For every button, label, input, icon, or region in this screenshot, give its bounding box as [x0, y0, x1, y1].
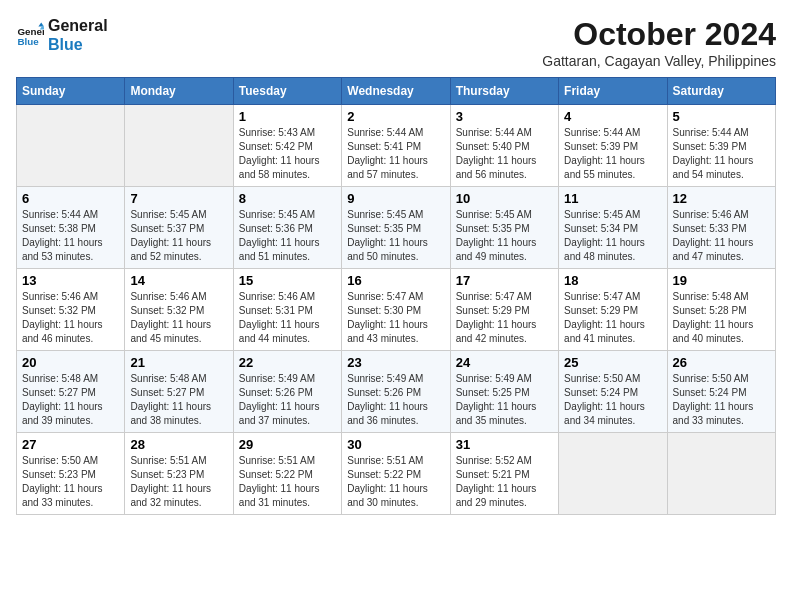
- day-detail: Sunrise: 5:52 AMSunset: 5:21 PMDaylight:…: [456, 454, 553, 510]
- calendar-cell: 12Sunrise: 5:46 AMSunset: 5:33 PMDayligh…: [667, 187, 775, 269]
- day-number: 29: [239, 437, 336, 452]
- column-header-friday: Friday: [559, 78, 667, 105]
- day-detail: Sunrise: 5:48 AMSunset: 5:27 PMDaylight:…: [22, 372, 119, 428]
- calendar-week-3: 13Sunrise: 5:46 AMSunset: 5:32 PMDayligh…: [17, 269, 776, 351]
- day-detail: Sunrise: 5:44 AMSunset: 5:39 PMDaylight:…: [673, 126, 770, 182]
- calendar-cell: 2Sunrise: 5:44 AMSunset: 5:41 PMDaylight…: [342, 105, 450, 187]
- day-number: 26: [673, 355, 770, 370]
- calendar-week-4: 20Sunrise: 5:48 AMSunset: 5:27 PMDayligh…: [17, 351, 776, 433]
- day-detail: Sunrise: 5:45 AMSunset: 5:35 PMDaylight:…: [456, 208, 553, 264]
- day-number: 6: [22, 191, 119, 206]
- day-detail: Sunrise: 5:44 AMSunset: 5:38 PMDaylight:…: [22, 208, 119, 264]
- day-number: 15: [239, 273, 336, 288]
- calendar-cell: [17, 105, 125, 187]
- day-number: 3: [456, 109, 553, 124]
- day-detail: Sunrise: 5:47 AMSunset: 5:29 PMDaylight:…: [564, 290, 661, 346]
- day-detail: Sunrise: 5:43 AMSunset: 5:42 PMDaylight:…: [239, 126, 336, 182]
- day-detail: Sunrise: 5:44 AMSunset: 5:39 PMDaylight:…: [564, 126, 661, 182]
- calendar-cell: 17Sunrise: 5:47 AMSunset: 5:29 PMDayligh…: [450, 269, 558, 351]
- day-number: 22: [239, 355, 336, 370]
- day-detail: Sunrise: 5:46 AMSunset: 5:33 PMDaylight:…: [673, 208, 770, 264]
- day-number: 12: [673, 191, 770, 206]
- day-number: 19: [673, 273, 770, 288]
- logo-text-general: General: [48, 16, 108, 35]
- column-header-tuesday: Tuesday: [233, 78, 341, 105]
- day-number: 5: [673, 109, 770, 124]
- day-number: 23: [347, 355, 444, 370]
- day-number: 1: [239, 109, 336, 124]
- calendar-cell: 20Sunrise: 5:48 AMSunset: 5:27 PMDayligh…: [17, 351, 125, 433]
- day-detail: Sunrise: 5:44 AMSunset: 5:41 PMDaylight:…: [347, 126, 444, 182]
- day-number: 8: [239, 191, 336, 206]
- day-number: 20: [22, 355, 119, 370]
- calendar-cell: 7Sunrise: 5:45 AMSunset: 5:37 PMDaylight…: [125, 187, 233, 269]
- calendar-cell: 22Sunrise: 5:49 AMSunset: 5:26 PMDayligh…: [233, 351, 341, 433]
- calendar-cell: 13Sunrise: 5:46 AMSunset: 5:32 PMDayligh…: [17, 269, 125, 351]
- day-number: 13: [22, 273, 119, 288]
- calendar-cell: 19Sunrise: 5:48 AMSunset: 5:28 PMDayligh…: [667, 269, 775, 351]
- day-number: 14: [130, 273, 227, 288]
- header-row: SundayMondayTuesdayWednesdayThursdayFrid…: [17, 78, 776, 105]
- day-detail: Sunrise: 5:50 AMSunset: 5:24 PMDaylight:…: [673, 372, 770, 428]
- calendar-cell: 24Sunrise: 5:49 AMSunset: 5:25 PMDayligh…: [450, 351, 558, 433]
- title-block: October 2024 Gattaran, Cagayan Valley, P…: [542, 16, 776, 69]
- month-title: October 2024: [542, 16, 776, 53]
- calendar-cell: 26Sunrise: 5:50 AMSunset: 5:24 PMDayligh…: [667, 351, 775, 433]
- calendar-cell: 14Sunrise: 5:46 AMSunset: 5:32 PMDayligh…: [125, 269, 233, 351]
- column-header-wednesday: Wednesday: [342, 78, 450, 105]
- calendar-cell: [667, 433, 775, 515]
- logo-icon: General Blue: [16, 21, 44, 49]
- calendar-cell: 8Sunrise: 5:45 AMSunset: 5:36 PMDaylight…: [233, 187, 341, 269]
- day-number: 21: [130, 355, 227, 370]
- calendar-cell: 31Sunrise: 5:52 AMSunset: 5:21 PMDayligh…: [450, 433, 558, 515]
- calendar-cell: 30Sunrise: 5:51 AMSunset: 5:22 PMDayligh…: [342, 433, 450, 515]
- day-detail: Sunrise: 5:47 AMSunset: 5:30 PMDaylight:…: [347, 290, 444, 346]
- day-detail: Sunrise: 5:51 AMSunset: 5:23 PMDaylight:…: [130, 454, 227, 510]
- calendar-week-1: 1Sunrise: 5:43 AMSunset: 5:42 PMDaylight…: [17, 105, 776, 187]
- day-number: 17: [456, 273, 553, 288]
- page-header: General Blue General Blue October 2024 G…: [16, 16, 776, 69]
- calendar-cell: 9Sunrise: 5:45 AMSunset: 5:35 PMDaylight…: [342, 187, 450, 269]
- day-detail: Sunrise: 5:45 AMSunset: 5:37 PMDaylight:…: [130, 208, 227, 264]
- day-detail: Sunrise: 5:47 AMSunset: 5:29 PMDaylight:…: [456, 290, 553, 346]
- day-detail: Sunrise: 5:46 AMSunset: 5:32 PMDaylight:…: [22, 290, 119, 346]
- day-number: 28: [130, 437, 227, 452]
- day-number: 11: [564, 191, 661, 206]
- logo: General Blue General Blue: [16, 16, 108, 54]
- column-header-monday: Monday: [125, 78, 233, 105]
- calendar-cell: 18Sunrise: 5:47 AMSunset: 5:29 PMDayligh…: [559, 269, 667, 351]
- logo-text-blue: Blue: [48, 35, 108, 54]
- day-number: 2: [347, 109, 444, 124]
- day-detail: Sunrise: 5:50 AMSunset: 5:23 PMDaylight:…: [22, 454, 119, 510]
- day-detail: Sunrise: 5:45 AMSunset: 5:34 PMDaylight:…: [564, 208, 661, 264]
- day-number: 25: [564, 355, 661, 370]
- day-number: 27: [22, 437, 119, 452]
- day-detail: Sunrise: 5:49 AMSunset: 5:26 PMDaylight:…: [239, 372, 336, 428]
- calendar-cell: 28Sunrise: 5:51 AMSunset: 5:23 PMDayligh…: [125, 433, 233, 515]
- day-detail: Sunrise: 5:48 AMSunset: 5:28 PMDaylight:…: [673, 290, 770, 346]
- day-number: 10: [456, 191, 553, 206]
- calendar-cell: 27Sunrise: 5:50 AMSunset: 5:23 PMDayligh…: [17, 433, 125, 515]
- day-detail: Sunrise: 5:49 AMSunset: 5:25 PMDaylight:…: [456, 372, 553, 428]
- calendar-cell: [125, 105, 233, 187]
- day-number: 7: [130, 191, 227, 206]
- calendar-cell: 4Sunrise: 5:44 AMSunset: 5:39 PMDaylight…: [559, 105, 667, 187]
- day-detail: Sunrise: 5:51 AMSunset: 5:22 PMDaylight:…: [347, 454, 444, 510]
- day-number: 31: [456, 437, 553, 452]
- day-detail: Sunrise: 5:50 AMSunset: 5:24 PMDaylight:…: [564, 372, 661, 428]
- calendar-cell: 1Sunrise: 5:43 AMSunset: 5:42 PMDaylight…: [233, 105, 341, 187]
- day-detail: Sunrise: 5:51 AMSunset: 5:22 PMDaylight:…: [239, 454, 336, 510]
- day-detail: Sunrise: 5:46 AMSunset: 5:32 PMDaylight:…: [130, 290, 227, 346]
- calendar-cell: 21Sunrise: 5:48 AMSunset: 5:27 PMDayligh…: [125, 351, 233, 433]
- svg-text:Blue: Blue: [17, 36, 39, 47]
- day-number: 9: [347, 191, 444, 206]
- location-subtitle: Gattaran, Cagayan Valley, Philippines: [542, 53, 776, 69]
- column-header-saturday: Saturday: [667, 78, 775, 105]
- day-detail: Sunrise: 5:46 AMSunset: 5:31 PMDaylight:…: [239, 290, 336, 346]
- calendar-cell: 10Sunrise: 5:45 AMSunset: 5:35 PMDayligh…: [450, 187, 558, 269]
- day-detail: Sunrise: 5:45 AMSunset: 5:36 PMDaylight:…: [239, 208, 336, 264]
- svg-marker-2: [38, 23, 44, 27]
- calendar-cell: 15Sunrise: 5:46 AMSunset: 5:31 PMDayligh…: [233, 269, 341, 351]
- day-number: 30: [347, 437, 444, 452]
- calendar-cell: [559, 433, 667, 515]
